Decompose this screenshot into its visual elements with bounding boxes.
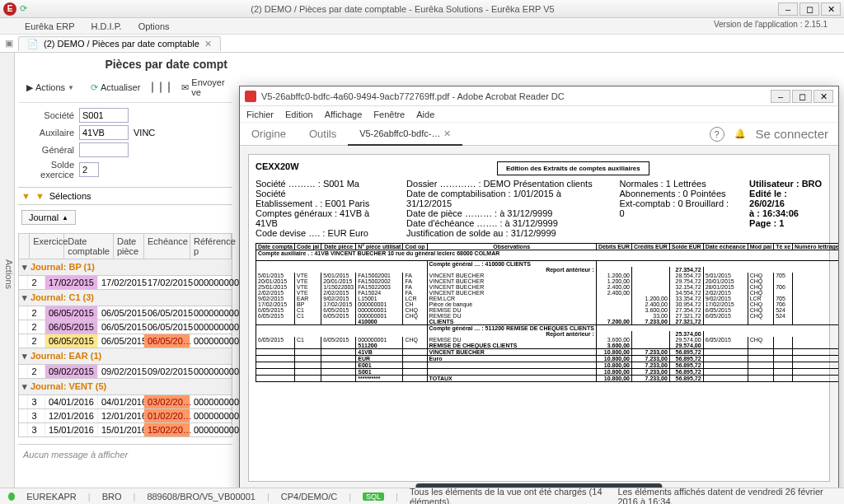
grid-row[interactable]: 217/02/201517/02/201517/02/2015000000000	[18, 276, 232, 290]
pdf-titlebar: V5-26abffc0-bdfc-4a60-9494-9acb772769ff.…	[240, 86, 838, 106]
pdf-tab-close-icon[interactable]: ✕	[443, 128, 451, 138]
tool-icon-3[interactable]	[168, 82, 170, 93]
col-exercice[interactable]: Exercice	[30, 234, 64, 259]
maximize-button[interactable]: ◻	[799, 2, 819, 16]
pdf-menubar: Fichier Edition Affichage Fenêtre Aide	[240, 106, 838, 123]
tab-label: (2) DEMO / Pièces par date comptable	[44, 39, 199, 49]
pdf-reader-window: V5-26abffc0-bdfc-4a60-9494-9acb772769ff.…	[239, 86, 839, 504]
status-db: 889608/BRO/V5_VB00001	[147, 492, 256, 502]
view-toolbar: ▶ Actions ▼ ⟳ Actualiser ✉ Envoyer ve	[18, 72, 232, 103]
refresh-button[interactable]: ⟳ Actualiser	[86, 81, 145, 95]
col-echeance[interactable]: Echéance	[144, 234, 190, 259]
gen-input[interactable]	[79, 142, 129, 157]
pdf-menu-edit[interactable]: Edition	[285, 110, 313, 119]
status-env: CP4/DEMO/C	[281, 492, 337, 502]
selections-label: Sélections	[49, 191, 91, 201]
minimize-button[interactable]: –	[778, 2, 798, 16]
tab-doc-icon: 📄	[27, 39, 39, 49]
menu-erp[interactable]: Eurêka ERP	[25, 21, 75, 31]
app-logo: E	[3, 2, 16, 16]
col-indicator[interactable]	[19, 234, 30, 259]
doc-header-r2: Utilisateur : BROEdité le : 26/02/16à : …	[749, 179, 823, 238]
menu-options[interactable]: Options	[138, 21, 170, 31]
col-date-piece[interactable]: Date pièce	[114, 234, 144, 259]
societe-label: Société	[21, 110, 79, 120]
doc-header-r1: Normales : 1 LettréesAbonnements : 0 Poi…	[620, 179, 734, 238]
filter-icon[interactable]: ▼	[21, 191, 30, 201]
pdf-menu-window[interactable]: Fenêtre	[373, 110, 405, 119]
tool-icon-1[interactable]	[152, 82, 153, 93]
grid-group[interactable]: ▾Journal: EAR (1)	[18, 348, 232, 365]
doc-code: CEXX20W	[256, 161, 299, 171]
status-sql-badge: SQL	[363, 492, 384, 501]
pdf-tab-origin[interactable]: Origine	[240, 123, 298, 145]
grid-row[interactable]: 312/01/201612/01/201601/02/20…000000000	[18, 409, 232, 423]
societe-input[interactable]	[79, 108, 129, 123]
pdf-menu-view[interactable]: Affichage	[325, 110, 363, 119]
view-tab[interactable]: 📄 (2) DEMO / Pièces par date comptable ✕	[18, 36, 221, 51]
grid-row[interactable]: 206/05/201506/05/201506/05/20…000000000	[18, 334, 232, 348]
view-title: Pièces par date compt	[18, 56, 232, 72]
doc-header-center: Dossier ………… : DEMO Présentation clients…	[406, 179, 603, 238]
status-user: EUREKAPR	[26, 492, 77, 502]
status-role: BRO	[102, 492, 122, 502]
app-title: (2) DEMO / Pièces par date comptable - E…	[27, 4, 778, 14]
pdf-notify-icon[interactable]: 🔔	[734, 128, 746, 139]
grid-group[interactable]: ▾Journal: BP (1)	[18, 259, 232, 276]
col-date-comptable[interactable]: Date comptable	[64, 234, 114, 259]
pdf-page: CEXX20W Edition des Extraits de comptes …	[248, 154, 830, 482]
col-reference[interactable]: Référence p	[190, 234, 232, 259]
grid-row[interactable]: 209/02/201509/02/201509/02/2015000000000	[18, 365, 232, 379]
pdf-menu-file[interactable]: Fichier	[246, 110, 274, 119]
doc-table: Date comptaCode jalDate pièceN° pièce ut…	[256, 243, 838, 382]
menu-hdip[interactable]: H.D.I.P.	[91, 21, 122, 31]
tab-new-icon[interactable]: ▣	[5, 38, 13, 49]
send-button[interactable]: ✉ Envoyer ve	[176, 76, 229, 99]
version-label: Version de l'application : 2.15.1	[714, 20, 828, 29]
data-grid: Exercice Date comptable Date pièce Echéa…	[18, 233, 232, 437]
grid-row[interactable]: 206/05/201506/05/201506/05/2015000000000	[18, 306, 232, 320]
aux-label: Auxilaire	[21, 128, 79, 138]
grid-row[interactable]: 304/01/201604/01/201603/02/20…000000000	[18, 395, 232, 409]
status-bar: EUREKAPR| BRO| 889608/BRO/V5_VB00001| CP…	[0, 488, 844, 504]
status-msg2: Les éléments affichés datent de vendredi…	[617, 487, 836, 505]
message-bar: Aucun message à afficher	[18, 444, 232, 464]
pdf-tab-doc[interactable]: V5-26abffc0-bdfc-… ✕	[348, 122, 462, 146]
pdf-app-icon	[245, 91, 256, 102]
filter2-icon[interactable]: ▼	[35, 191, 45, 201]
aux-input[interactable]	[79, 125, 129, 140]
gen-label: Général	[21, 145, 79, 155]
doc-header-left: Société ……… : S001 Ma SociétéEtablisseme…	[256, 179, 390, 238]
aux-name: VINC	[134, 128, 155, 138]
pdf-menu-help[interactable]: Aide	[416, 110, 434, 119]
pdf-help-icon[interactable]: ?	[710, 127, 724, 142]
solde-label: Solde exercice	[21, 160, 79, 180]
pdf-minimize-button[interactable]: –	[771, 90, 790, 103]
doc-title-box: Edition des Extraits de comptes auxiliai…	[497, 161, 649, 175]
tab-close-icon[interactable]: ✕	[204, 39, 212, 49]
actions-sidebar[interactable]: Actions	[0, 53, 15, 488]
pdf-viewport[interactable]: CEXX20W Edition des Extraits de comptes …	[240, 146, 838, 490]
grid-header: Exercice Date comptable Date pièce Echéa…	[18, 233, 232, 259]
tool-icon-2[interactable]	[160, 82, 162, 93]
grid-group[interactable]: ▾Journal: VENT (5)	[18, 379, 232, 395]
status-indicator-icon	[8, 492, 15, 501]
grid-group[interactable]: ▾Journal: C1 (3)	[18, 290, 232, 306]
status-msg1: Tous les éléments de la vue ont été char…	[410, 487, 606, 505]
solde-input[interactable]	[79, 162, 99, 177]
pdf-tab-tools[interactable]: Outils	[298, 123, 348, 145]
app-titlebar: E ⟳ (2) DEMO / Pièces par date comptable…	[0, 0, 844, 18]
close-button[interactable]: ✕	[821, 2, 841, 16]
pdf-close-button[interactable]: ✕	[814, 90, 833, 103]
filter-form: Société Auxilaire VINC Général Solde exe…	[18, 103, 232, 187]
grid-row[interactable]: 206/05/201506/05/201506/05/2015000000000	[18, 320, 232, 334]
actions-button[interactable]: ▶ Actions ▼	[21, 81, 79, 95]
quick-icon[interactable]: ⟳	[20, 3, 27, 14]
grid-row[interactable]: 315/01/201615/01/201615/02/20…000000000	[18, 423, 232, 437]
app-tabstrip: ▣ 📄 (2) DEMO / Pièces par date comptable…	[0, 35, 844, 53]
journal-selector[interactable]: Journal ▲	[21, 210, 76, 225]
pdf-tabs: Origine Outils V5-26abffc0-bdfc-… ✕ ? 🔔 …	[240, 123, 838, 146]
pdf-signin-button[interactable]: Se connecter	[756, 127, 828, 141]
pdf-title: V5-26abffc0-bdfc-4a60-9494-9acb772769ff.…	[261, 91, 766, 101]
pdf-maximize-button[interactable]: ◻	[792, 90, 812, 103]
